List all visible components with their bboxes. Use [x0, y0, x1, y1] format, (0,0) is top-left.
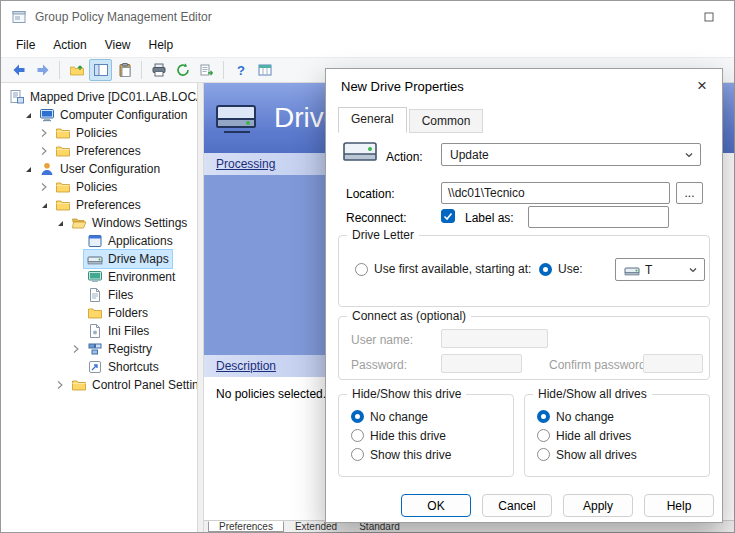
drive-letter-dropdown[interactable]: T	[615, 258, 705, 281]
use-first-available-radio[interactable]: Use first available, starting at:	[355, 262, 531, 276]
chevron-slot	[69, 234, 83, 248]
radio-icon	[355, 263, 368, 276]
tree-item-mapped-drive-dc01-lab-loca[interactable]: Mapped Drive [DC01.LAB.LOCA	[1, 88, 197, 106]
tree-item-user-configuration[interactable]: User Configuration	[1, 160, 197, 178]
up-one-level-button[interactable]	[65, 59, 88, 81]
check-icon	[443, 211, 453, 221]
tree-item-label: Computer Configuration	[60, 108, 187, 122]
help-button[interactable]: Help	[644, 494, 714, 517]
action-value: Update	[450, 148, 684, 162]
menu-action[interactable]: Action	[44, 35, 95, 55]
chevron-expanded-icon[interactable]	[21, 108, 35, 122]
tree-item-label: Policies	[76, 180, 117, 194]
browse-button[interactable]: ...	[676, 182, 703, 204]
reconnect-checkbox[interactable]	[441, 209, 455, 223]
menu-file[interactable]: File	[7, 35, 44, 55]
tree-item-label: Preferences	[76, 198, 141, 212]
use-radio-icon	[539, 263, 552, 276]
chevron-slot	[69, 306, 83, 320]
view-tab-preferences[interactable]: Preferences	[208, 521, 284, 532]
paste-button[interactable]	[113, 59, 136, 81]
hide-all-options: No changeHide all drivesShow all drives	[525, 407, 709, 464]
tree-item-label: Drive Maps	[108, 252, 169, 266]
folder-icon	[55, 125, 71, 141]
ok-button[interactable]: OK	[401, 494, 471, 517]
chevron-expanded-icon[interactable]	[53, 216, 67, 230]
menu-view[interactable]: View	[96, 35, 140, 55]
forward-button[interactable]	[31, 59, 54, 81]
radio-option-label: Hide this drive	[370, 429, 446, 443]
chevron-collapsed-icon[interactable]	[37, 180, 51, 194]
hide-show-this-drive-group: Hide/Show this drive No changeHide this …	[338, 394, 514, 477]
radio-option-hide-this-drive[interactable]: Hide this drive	[339, 426, 513, 445]
drive-letter-value: T	[645, 263, 688, 277]
cancel-button[interactable]: Cancel	[482, 494, 552, 517]
tree-item-ini-files[interactable]: Ini Files	[1, 322, 197, 340]
back-button[interactable]	[7, 59, 30, 81]
action-dropdown[interactable]: Update	[441, 143, 701, 166]
description-link[interactable]: Description	[216, 359, 276, 373]
help-icon: ?	[233, 62, 249, 78]
export-list-button[interactable]	[195, 59, 218, 81]
maximize-button[interactable]	[694, 6, 724, 28]
drive-icon	[624, 262, 640, 278]
tree-item-preferences[interactable]: Preferences	[1, 196, 197, 214]
tree-item-registry[interactable]: Registry	[1, 340, 197, 358]
console-tree-button[interactable]	[89, 59, 112, 81]
dialog-body: Action: Update Location: \\dc01\Tecnico …	[326, 69, 722, 522]
processing-link[interactable]: Processing	[216, 157, 275, 171]
chevron-collapsed-icon[interactable]	[53, 378, 67, 392]
radio-option-label: Hide all drives	[556, 429, 631, 443]
chevron-down-icon	[684, 150, 694, 160]
use-radio[interactable]: Use:	[539, 262, 583, 276]
tree-item-environment[interactable]: Environment	[1, 268, 197, 286]
filter-button[interactable]	[253, 59, 276, 81]
drive-icon	[87, 251, 103, 267]
radio-icon	[537, 429, 550, 442]
radio-option-show-all-drives[interactable]: Show all drives	[525, 445, 709, 464]
tree-item-drive-maps[interactable]: Drive Maps	[1, 250, 197, 268]
tree-item-control-panel-setting[interactable]: Control Panel Setting	[1, 376, 197, 394]
tree-item-folders[interactable]: Folders	[1, 304, 197, 322]
radio-option-show-this-drive[interactable]: Show this drive	[339, 445, 513, 464]
confirm-password-label: Confirm password:	[549, 358, 649, 372]
tree-item-computer-configuration[interactable]: Computer Configuration	[1, 106, 197, 124]
tree-item-policies[interactable]: Policies	[1, 178, 197, 196]
confirm-password-input	[643, 354, 703, 373]
chevron-collapsed-icon[interactable]	[37, 126, 51, 140]
toolbar-separator	[59, 61, 60, 79]
radio-option-no-change[interactable]: No change	[339, 407, 513, 426]
user-name-label: User name:	[351, 333, 413, 347]
tree-item-shortcuts[interactable]: Shortcuts	[1, 358, 197, 376]
menu-help[interactable]: Help	[140, 35, 183, 55]
up-one-level-icon	[69, 62, 85, 78]
menu-bar: FileActionViewHelp	[1, 33, 734, 57]
folders-icon	[87, 305, 103, 321]
help-button[interactable]: ?	[229, 59, 252, 81]
svg-text:?: ?	[237, 63, 245, 78]
tree-item-windows-settings[interactable]: Windows Settings	[1, 214, 197, 232]
tree-item-applications[interactable]: Applications	[1, 232, 197, 250]
apply-button[interactable]: Apply	[563, 494, 633, 517]
print-button[interactable]	[147, 59, 170, 81]
tree-item-policies[interactable]: Policies	[1, 124, 197, 142]
folder-icon	[55, 143, 71, 159]
radio-option-hide-all-drives[interactable]: Hide all drives	[525, 426, 709, 445]
location-input[interactable]: \\dc01\Tecnico	[441, 182, 670, 204]
chevron-collapsed-icon[interactable]	[37, 144, 51, 158]
app-icon	[11, 9, 27, 25]
drive-letter-group-title: Drive Letter	[347, 228, 419, 242]
refresh-button[interactable]	[171, 59, 194, 81]
label-as-input[interactable]	[528, 206, 669, 228]
radio-option-label: No change	[370, 410, 428, 424]
chevron-expanded-icon[interactable]	[37, 198, 51, 212]
tree-item-files[interactable]: Files	[1, 286, 197, 304]
tree-item-label: Shortcuts	[108, 360, 159, 374]
tree-item-preferences[interactable]: Preferences	[1, 142, 197, 160]
hide-show-this-drive-title: Hide/Show this drive	[347, 387, 466, 401]
chevron-collapsed-icon[interactable]	[69, 342, 83, 356]
radio-option-no-change[interactable]: No change	[525, 407, 709, 426]
drive-letter-group: Drive Letter Use first available, starti…	[338, 235, 710, 307]
chevron-expanded-icon[interactable]	[21, 162, 35, 176]
user-name-input	[441, 329, 548, 348]
